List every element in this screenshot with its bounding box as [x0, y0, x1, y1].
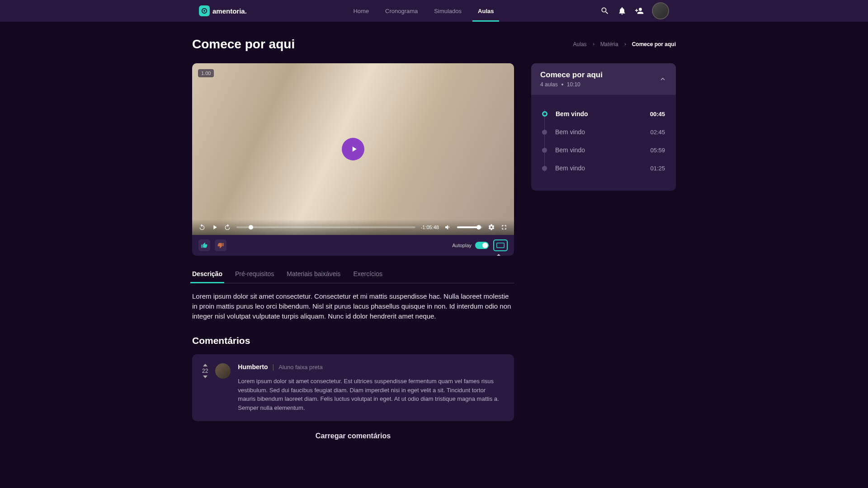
vote-count: 22 — [202, 368, 208, 374]
comment-author: Humberto — [238, 363, 268, 371]
autoplay-control: Autoplay — [452, 242, 489, 249]
page-title: Comece por aqui — [192, 37, 295, 52]
svg-rect-2 — [497, 243, 505, 248]
comment-card: 22 Humberto | Aluno faixa preta Lorem ip… — [192, 354, 514, 421]
chevron-right-icon — [591, 42, 596, 47]
breadcrumb-root[interactable]: Aulas — [573, 41, 587, 47]
playlist-item-time: 01:25 — [650, 165, 665, 172]
tab-materiais[interactable]: Materiais baixáveis — [287, 265, 340, 283]
load-more-button[interactable]: Carregar comentários — [192, 432, 514, 440]
tab-exercicios[interactable]: Exercícios — [353, 265, 382, 283]
autoplay-toggle[interactable] — [475, 242, 489, 249]
playlist-items: Bem vindo 00:45 Bem vindo 02:45 Bem vind… — [531, 95, 676, 191]
video-card: 1.00 -1:05:48 — [192, 63, 514, 256]
playlist-item-time: 02:45 — [650, 129, 665, 136]
theater-mode-button[interactable]: Ativar Modo teatro — [493, 239, 508, 251]
time-remaining: -1:05:48 — [421, 225, 439, 230]
playlist-panel: Comece por aqui 4 aulas 10:10 Bem vindo … — [531, 63, 676, 191]
playlist-item[interactable]: Bem vindo 05:59 — [542, 141, 665, 159]
description-text: Lorem ipsum dolor sit amet consectetur. … — [192, 291, 514, 321]
playlist-item-label: Bem vindo — [555, 164, 642, 172]
video-area[interactable]: 1.00 -1:05:48 — [192, 63, 514, 235]
breadcrumb-current: Comece por aqui — [632, 41, 676, 47]
header-row: Comece por aqui Aulas Matéria Comece por… — [192, 37, 676, 52]
volume-icon[interactable] — [444, 224, 452, 231]
bell-icon[interactable] — [618, 6, 627, 15]
playlist-title: Comece por aqui — [540, 70, 603, 80]
nav: Home Cronograma Simulados Aulas — [353, 1, 494, 21]
fullscreen-icon[interactable] — [500, 224, 508, 231]
topbar: amentoria. Home Cronograma Simulados Aul… — [0, 0, 868, 22]
progress-dot-icon — [542, 130, 547, 135]
avatar[interactable] — [652, 2, 669, 19]
speed-badge[interactable]: 1.00 — [198, 69, 214, 77]
search-icon[interactable] — [600, 6, 609, 15]
logo-icon — [199, 5, 210, 16]
tab-descricao[interactable]: Descrição — [192, 265, 222, 283]
volume-bar[interactable] — [457, 226, 482, 228]
dislike-button[interactable] — [215, 239, 226, 251]
svg-point-1 — [203, 10, 205, 12]
comment-avatar — [215, 363, 231, 379]
autoplay-label: Autoplay — [452, 243, 472, 248]
separator: | — [272, 363, 274, 371]
brand-text: amentoria. — [212, 7, 247, 15]
playlist-item-label: Bem vindo — [555, 146, 642, 154]
chevron-up-icon[interactable] — [659, 75, 667, 83]
chevron-right-icon — [623, 42, 627, 47]
vote-controls: 22 — [202, 363, 208, 412]
comments-title: Comentários — [192, 335, 514, 346]
playlist-item-label: Bem vindo — [555, 128, 642, 136]
comment-head: Humberto | Aluno faixa preta — [238, 363, 504, 371]
progress-dot-icon — [542, 166, 547, 171]
playlist-item[interactable]: Bem vindo 02:45 — [542, 123, 665, 141]
playlist-item[interactable]: Bem vindo 01:25 — [542, 159, 665, 177]
nav-simulados[interactable]: Simulados — [434, 1, 462, 21]
play-button[interactable] — [342, 138, 364, 160]
logo[interactable]: amentoria. — [199, 5, 247, 16]
nav-cronograma[interactable]: Cronograma — [385, 1, 418, 21]
nav-home[interactable]: Home — [353, 1, 369, 21]
playlist-duration: 10:10 — [567, 81, 580, 88]
progress-dot-icon — [542, 148, 547, 153]
forward-10-icon[interactable] — [224, 224, 231, 231]
upvote-icon[interactable] — [203, 363, 208, 367]
breadcrumb-mid[interactable]: Matéria — [600, 41, 618, 47]
action-bar: Autoplay Ativar Modo teatro — [192, 235, 514, 256]
playlist-item-label: Bem vindo — [556, 110, 642, 117]
tabs: Descrição Pré-requisitos Materiais baixá… — [192, 265, 514, 283]
seek-bar[interactable] — [236, 226, 415, 228]
comment-role: Aluno faixa preta — [278, 364, 323, 371]
rewind-10-icon[interactable] — [198, 224, 206, 231]
playlist-count: 4 aulas — [540, 81, 558, 88]
topbar-right — [600, 2, 669, 19]
add-user-icon[interactable] — [635, 6, 644, 15]
playlist-meta: 4 aulas 10:10 — [540, 81, 603, 88]
play-icon[interactable] — [211, 224, 218, 231]
breadcrumb: Aulas Matéria Comece por aqui — [573, 41, 676, 47]
nav-aulas[interactable]: Aulas — [478, 1, 494, 21]
gear-icon[interactable] — [488, 224, 495, 231]
downvote-icon[interactable] — [203, 375, 208, 379]
video-controls: -1:05:48 — [192, 220, 514, 235]
progress-dot-icon — [542, 111, 547, 117]
playlist-header[interactable]: Comece por aqui 4 aulas 10:10 — [531, 63, 676, 95]
playlist-item[interactable]: Bem vindo 00:45 — [542, 105, 665, 123]
tab-prereq[interactable]: Pré-requisitos — [235, 265, 274, 283]
playlist-item-time: 05:59 — [650, 147, 665, 154]
like-button[interactable] — [198, 239, 210, 251]
playlist-item-time: 00:45 — [650, 111, 665, 117]
comment-body-text: Lorem ipsum dolor sit amet consectetur. … — [238, 377, 504, 412]
